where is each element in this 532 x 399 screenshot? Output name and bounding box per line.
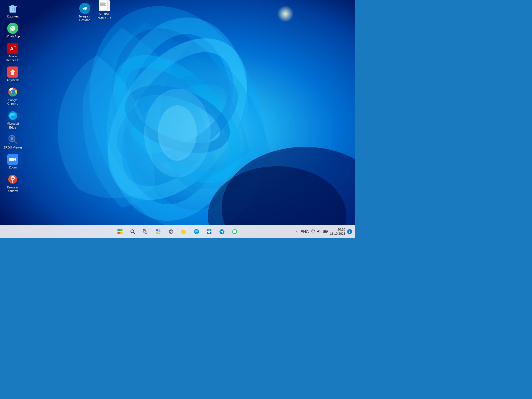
file-explorer-button[interactable] [178,226,190,238]
chrome-label: Google Chrome [3,98,22,106]
svg-rect-62 [158,233,160,234]
wifi-icon[interactable] [311,229,315,234]
icon-anydesk[interactable]: AnyDesk [2,65,23,84]
zoom-icon [7,154,18,165]
svg-point-27 [12,91,14,93]
svg-rect-58 [156,229,158,231]
svg-rect-49 [117,229,120,231]
svg-text:A: A [10,46,14,52]
taskbar-right-area: ∧ ENG [294,227,352,236]
notification-button[interactable]: 1 [347,229,352,234]
whatsapp-taskbar-button[interactable] [229,226,241,238]
serial-number-icon [99,0,110,11]
adobe-reader-label: Adobe Reader XI [3,55,22,62]
svg-point-8 [158,105,197,161]
telegram-taskbar-button[interactable] [216,226,228,238]
icon-google-chrome[interactable]: Google Chrome [2,85,23,107]
svg-rect-45 [100,2,105,2]
start-button[interactable] [114,226,126,238]
anydesk-icon [7,66,18,78]
edge-taskbar-button[interactable] [190,226,203,238]
widgets-button[interactable] [152,226,164,238]
wallpaper [0,0,355,238]
anydesk-label: AnyDesk [7,78,19,82]
svg-rect-46 [100,3,106,4]
chat-button[interactable]: 💬 [165,226,177,238]
whatsapp-label: WhatsApp [6,35,20,38]
telegram-icon [79,3,90,14]
yandex-label: Browser Yandex [3,186,22,193]
zoom-label: Zoom [9,166,17,169]
svg-line-54 [134,232,135,234]
desktop-icons-left: Корзина WhatsApp A Adobe Reader XI [2,0,23,195]
adobe-reader-icon: A [7,43,18,54]
taskbar: 💬 [0,225,355,238]
svg-rect-52 [120,232,122,234]
svg-rect-50 [120,229,122,231]
svg-text:S: S [9,142,10,145]
chrome-icon [7,86,18,98]
taskbar-center-icons: 💬 [114,226,241,238]
svg-rect-51 [117,232,120,234]
svg-point-74 [312,232,313,233]
battery-icon[interactable] [323,229,328,234]
svg-rect-48 [100,5,106,6]
svg-text:💬: 💬 [170,230,173,234]
search-button[interactable] [127,226,139,238]
serial-number-label: SERIAL NUMBER [95,12,114,19]
icon-srdu-viewer[interactable]: S SRDU Viewer [2,132,23,151]
svg-rect-47 [100,4,105,5]
telegram-label: Telegram Desktop [75,15,94,22]
volume-icon[interactable] [317,229,321,234]
edge-label: Microsoft Edge [3,122,22,129]
whatsapp-icon [7,23,18,34]
task-view-button[interactable] [139,226,152,238]
svg-rect-59 [158,229,160,231]
clock-date: 18.10.2023 [330,232,345,236]
svg-rect-13 [11,5,14,6]
edge-icon [7,110,18,121]
svg-line-31 [14,141,17,144]
desktop-icons-col2: Telegram Desktop SERIAL NUMBER [49,0,115,21]
recycle-bin-icon [7,3,18,14]
icon-microsoft-edge[interactable]: Microsoft Edge [2,108,23,131]
icon-whatsapp[interactable]: WhatsApp [2,21,23,40]
svg-rect-35 [9,158,14,161]
tray-chevron-button[interactable]: ∧ [294,229,299,235]
icon-adobe-reader[interactable]: A Adobe Reader XI [2,41,23,63]
clock-time: 20:10 [337,227,345,232]
svg-rect-12 [9,6,17,7]
wallpaper-bloom [0,0,355,238]
yandex-icon [7,174,18,185]
icon-yandex-browser[interactable]: Browser Yandex [2,172,23,195]
language-indicator[interactable]: ENG [301,229,309,234]
icon-zoom[interactable]: Zoom [2,152,23,171]
srdu-label: SRDU Viewer [3,146,22,149]
srdu-icon: S [7,134,18,145]
svg-point-32 [11,137,13,140]
svg-text:1: 1 [349,230,351,233]
taskbar-clock[interactable]: 20:10 18.10.2023 [330,227,345,236]
svg-rect-77 [327,231,328,232]
svg-rect-76 [323,231,326,232]
icon-recycle-bin[interactable]: Корзина [2,1,23,20]
store-button[interactable] [203,226,215,238]
icon-telegram[interactable]: Telegram Desktop [74,1,95,24]
svg-rect-61 [156,232,158,234]
svg-rect-65 [181,231,186,234]
icon-serial-number[interactable]: SERIAL NUMBER [94,0,115,21]
svg-rect-20 [14,46,16,47]
recycle-bin-label: Корзина [7,15,19,18]
svg-rect-60 [158,231,160,232]
